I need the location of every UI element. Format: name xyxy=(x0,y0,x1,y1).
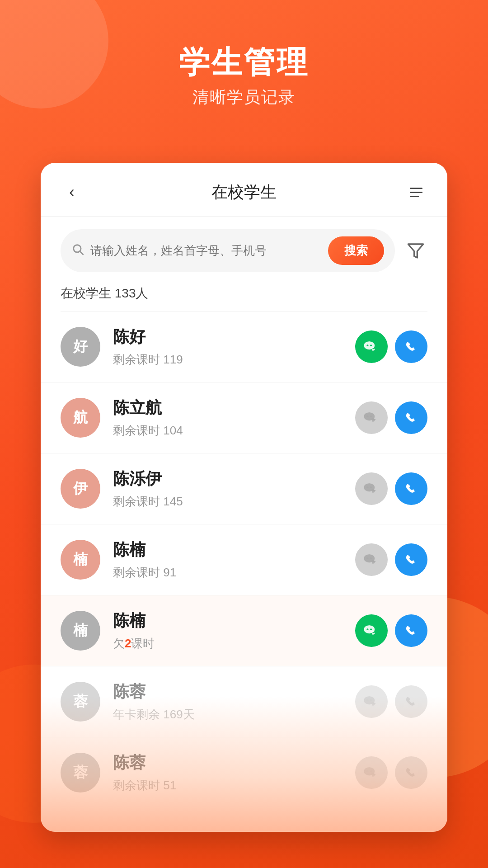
student-name: 陈楠 xyxy=(113,610,355,632)
student-info: 陈楠 欠2课时 xyxy=(113,610,355,651)
card-header: ‹ 在校学生 xyxy=(41,163,447,217)
page-subtitle: 清晰学员记录 xyxy=(0,86,488,108)
student-actions xyxy=(355,401,427,434)
svg-point-19 xyxy=(372,490,374,491)
student-info: 陈蓉 年卡剩余 169天 xyxy=(113,681,355,722)
search-input[interactable] xyxy=(90,244,322,258)
svg-point-22 xyxy=(367,557,369,559)
svg-point-44 xyxy=(374,774,375,775)
student-info: 陈好 剩余课时 119 xyxy=(113,326,355,368)
svg-point-34 xyxy=(367,699,369,701)
svg-point-4 xyxy=(367,344,369,346)
student-item[interactable]: 航 陈立航 剩余课时 104 xyxy=(41,382,447,453)
student-info: 陈蓉 剩余课时 51 xyxy=(113,752,355,793)
wechat-button[interactable] xyxy=(355,401,388,434)
avatar: 蓉 xyxy=(61,753,100,793)
wechat-button[interactable] xyxy=(355,330,388,363)
search-icon xyxy=(71,243,84,259)
wechat-button[interactable] xyxy=(355,472,388,505)
svg-point-43 xyxy=(372,774,374,775)
wechat-button[interactable] xyxy=(355,685,388,718)
detail-text: 剩余课时 119 xyxy=(113,353,183,366)
menu-line-2 xyxy=(410,192,422,193)
svg-point-40 xyxy=(367,770,369,772)
svg-point-14 xyxy=(374,419,375,420)
phone-button[interactable] xyxy=(395,685,427,718)
student-actions xyxy=(355,472,427,505)
student-info: 陈立航 剩余课时 104 xyxy=(113,397,355,439)
svg-point-16 xyxy=(367,486,369,488)
phone-button[interactable] xyxy=(395,543,427,576)
phone-button[interactable] xyxy=(395,472,427,505)
student-item[interactable]: 蓉 陈蓉 年卡剩余 169天 xyxy=(41,666,447,737)
svg-point-5 xyxy=(370,344,372,346)
svg-point-28 xyxy=(367,628,369,630)
detail-highlight: 2 xyxy=(125,637,131,650)
detail-text: 年卡剩余 169天 xyxy=(113,708,195,721)
page-title: 学生管理 xyxy=(0,45,488,79)
detail-text: 剩余课时 51 xyxy=(113,778,176,792)
card-title: 在校学生 xyxy=(211,181,277,203)
student-detail: 欠2课时 xyxy=(113,636,355,651)
phone-button[interactable] xyxy=(395,330,427,363)
student-name: 陈蓉 xyxy=(113,752,355,774)
student-detail: 剩余课时 119 xyxy=(113,352,355,368)
student-name: 陈楠 xyxy=(113,539,355,561)
main-card: ‹ 在校学生 搜索 在 xyxy=(41,163,447,832)
student-detail: 年卡剩余 169天 xyxy=(113,707,355,722)
back-icon: ‹ xyxy=(69,183,75,202)
page-header: 学生管理 清晰学员记录 xyxy=(0,0,488,108)
student-actions xyxy=(355,330,427,363)
detail-text: 剩余课时 91 xyxy=(113,566,176,579)
student-name: 陈好 xyxy=(113,326,355,348)
student-item[interactable]: 伊 陈泺伊 剩余课时 145 xyxy=(41,453,447,524)
detail-text: 剩余课时 104 xyxy=(113,424,183,437)
search-button[interactable]: 搜索 xyxy=(328,236,384,265)
svg-point-7 xyxy=(372,348,374,349)
wechat-button[interactable] xyxy=(355,756,388,789)
wechat-button[interactable] xyxy=(355,614,388,647)
search-area: 搜索 xyxy=(41,217,447,285)
student-item[interactable]: 好 陈好 剩余课时 119 xyxy=(41,311,447,382)
back-button[interactable]: ‹ xyxy=(61,181,83,203)
student-detail: 剩余课时 104 xyxy=(113,423,355,439)
phone-button[interactable] xyxy=(395,401,427,434)
student-actions xyxy=(355,543,427,576)
student-info: 陈楠 剩余课时 91 xyxy=(113,539,355,580)
student-actions xyxy=(355,685,427,718)
svg-point-35 xyxy=(370,699,372,701)
svg-point-32 xyxy=(374,632,375,633)
student-item[interactable]: 楠 陈楠 剩余课时 91 xyxy=(41,524,447,595)
detail-prefix: 欠 xyxy=(113,637,125,650)
svg-point-17 xyxy=(370,486,372,488)
search-bar: 搜索 xyxy=(61,229,395,272)
svg-point-29 xyxy=(370,628,372,630)
student-name: 陈立航 xyxy=(113,397,355,419)
student-item[interactable]: 楠 陈楠 欠2课时 xyxy=(41,595,447,666)
svg-point-31 xyxy=(372,632,374,633)
svg-point-20 xyxy=(374,490,375,491)
avatar: 伊 xyxy=(61,469,100,509)
avatar: 楠 xyxy=(61,540,100,580)
avatar: 楠 xyxy=(61,611,100,651)
svg-point-37 xyxy=(372,703,374,704)
svg-line-1 xyxy=(80,251,83,254)
menu-line-1 xyxy=(410,188,422,189)
detail-suffix: 课时 xyxy=(131,637,155,650)
avatar: 蓉 xyxy=(61,682,100,722)
svg-point-8 xyxy=(374,348,375,349)
list-icon xyxy=(410,188,422,197)
wechat-button[interactable] xyxy=(355,543,388,576)
filter-button[interactable] xyxy=(404,239,427,263)
student-detail: 剩余课时 51 xyxy=(113,778,355,793)
student-name: 陈泺伊 xyxy=(113,468,355,490)
student-item[interactable]: 蓉 陈蓉 剩余课时 51 xyxy=(41,737,447,808)
avatar: 航 xyxy=(61,398,100,438)
svg-point-25 xyxy=(372,561,374,562)
svg-point-41 xyxy=(370,770,372,772)
phone-button[interactable] xyxy=(395,614,427,647)
menu-button[interactable] xyxy=(405,181,427,203)
svg-point-13 xyxy=(372,419,374,420)
phone-button[interactable] xyxy=(395,756,427,789)
student-name: 陈蓉 xyxy=(113,681,355,703)
